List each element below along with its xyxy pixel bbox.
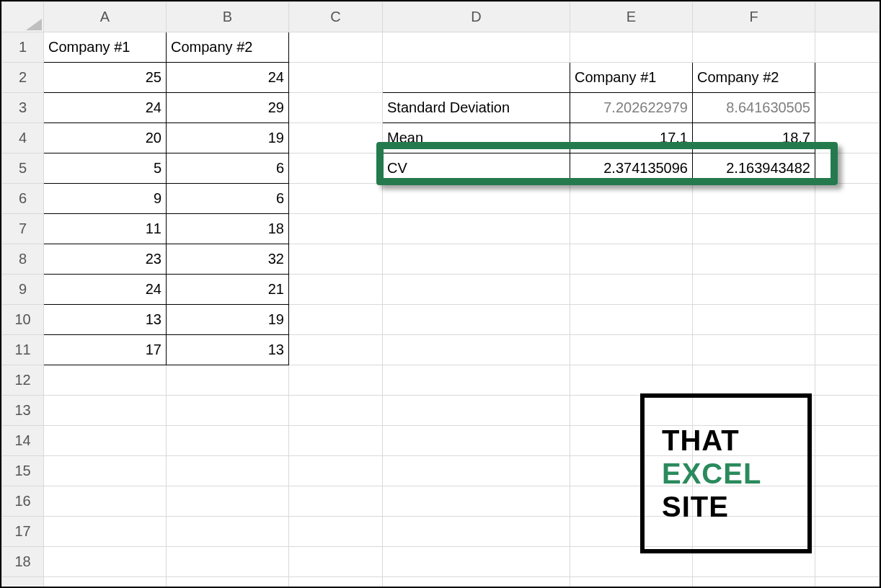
cell-A10[interactable]: 13	[44, 305, 167, 335]
cell-F10[interactable]	[693, 305, 815, 335]
cell-C3[interactable]	[289, 93, 383, 123]
cell-E12[interactable]	[570, 365, 693, 396]
cell-D6[interactable]	[383, 184, 570, 214]
cell-D7[interactable]	[383, 214, 570, 244]
cell-C18[interactable]	[289, 547, 383, 577]
cell-A12[interactable]	[44, 365, 167, 396]
cell-A11[interactable]: 17	[44, 335, 167, 365]
cell-A9[interactable]: 24	[44, 275, 167, 305]
cell-C5[interactable]	[289, 153, 383, 184]
cell-C6[interactable]	[289, 184, 383, 214]
row-header-6[interactable]: 6	[2, 184, 44, 214]
cell-C16[interactable]	[289, 486, 383, 517]
cell-D12[interactable]	[383, 365, 570, 396]
cell-B8[interactable]: 32	[167, 244, 289, 275]
cell-C11[interactable]	[289, 335, 383, 365]
cell-F3[interactable]: 8.641630505	[693, 93, 815, 123]
cell-A7[interactable]: 11	[44, 214, 167, 244]
cell-F6[interactable]	[693, 184, 815, 214]
cell-extra-5[interactable]	[815, 153, 880, 184]
cell-A19[interactable]	[44, 577, 167, 589]
col-header-E[interactable]: E	[570, 2, 693, 32]
cell-A5[interactable]: 5	[44, 153, 167, 184]
cell-extra-14[interactable]	[815, 426, 880, 456]
row-header-5[interactable]: 5	[2, 153, 44, 184]
row-header-8[interactable]: 8	[2, 244, 44, 275]
cell-C17[interactable]	[289, 517, 383, 547]
cell-C2[interactable]	[289, 63, 383, 93]
cell-E19[interactable]	[570, 577, 693, 589]
cell-E10[interactable]	[570, 305, 693, 335]
cell-D10[interactable]	[383, 305, 570, 335]
cell-E7[interactable]	[570, 214, 693, 244]
row-header-12[interactable]: 12	[2, 365, 44, 396]
cell-A17[interactable]	[44, 517, 167, 547]
col-header-B[interactable]: B	[167, 2, 289, 32]
cell-D8[interactable]	[383, 244, 570, 275]
cell-F7[interactable]	[693, 214, 815, 244]
cell-B2[interactable]: 24	[167, 63, 289, 93]
cell-B18[interactable]	[167, 547, 289, 577]
cell-A18[interactable]	[44, 547, 167, 577]
col-header-C[interactable]: C	[289, 2, 383, 32]
cell-F9[interactable]	[693, 275, 815, 305]
cell-B15[interactable]	[167, 456, 289, 486]
cell-D1[interactable]	[383, 32, 570, 63]
cell-A8[interactable]: 23	[44, 244, 167, 275]
cell-extra-7[interactable]	[815, 214, 880, 244]
cell-B7[interactable]: 18	[167, 214, 289, 244]
cell-extra-3[interactable]	[815, 93, 880, 123]
cell-D4[interactable]: Mean	[383, 123, 570, 153]
cell-E8[interactable]	[570, 244, 693, 275]
cell-C8[interactable]	[289, 244, 383, 275]
cell-extra-15[interactable]	[815, 456, 880, 486]
cell-B14[interactable]	[167, 426, 289, 456]
row-header-14[interactable]: 14	[2, 426, 44, 456]
row-header-9[interactable]: 9	[2, 275, 44, 305]
cell-A2[interactable]: 25	[44, 63, 167, 93]
cell-E2[interactable]: Company #1	[570, 63, 693, 93]
cell-F8[interactable]	[693, 244, 815, 275]
cell-B10[interactable]: 19	[167, 305, 289, 335]
cell-A1[interactable]: Company #1	[44, 32, 167, 63]
row-header-1[interactable]: 1	[2, 32, 44, 63]
cell-B6[interactable]: 6	[167, 184, 289, 214]
cell-D2[interactable]	[383, 63, 570, 93]
cell-A4[interactable]: 20	[44, 123, 167, 153]
cell-C10[interactable]	[289, 305, 383, 335]
cell-extra-11[interactable]	[815, 335, 880, 365]
cell-extra-18[interactable]	[815, 547, 880, 577]
row-header-18[interactable]: 18	[2, 547, 44, 577]
row-header-19[interactable]: 19	[2, 577, 44, 589]
cell-B11[interactable]: 13	[167, 335, 289, 365]
cell-B3[interactable]: 29	[167, 93, 289, 123]
cell-B17[interactable]	[167, 517, 289, 547]
cell-extra-6[interactable]	[815, 184, 880, 214]
cell-E9[interactable]	[570, 275, 693, 305]
row-header-15[interactable]: 15	[2, 456, 44, 486]
cell-E1[interactable]	[570, 32, 693, 63]
cell-extra-16[interactable]	[815, 486, 880, 517]
cell-F5[interactable]: 2.163943482	[693, 153, 815, 184]
select-all-corner[interactable]	[2, 2, 44, 32]
cell-C12[interactable]	[289, 365, 383, 396]
cell-F2[interactable]: Company #2	[693, 63, 815, 93]
cell-C14[interactable]	[289, 426, 383, 456]
cell-E5[interactable]: 2.374135096	[570, 153, 693, 184]
cell-C15[interactable]	[289, 456, 383, 486]
cell-C1[interactable]	[289, 32, 383, 63]
cell-B13[interactable]	[167, 396, 289, 426]
cell-C7[interactable]	[289, 214, 383, 244]
cell-C13[interactable]	[289, 396, 383, 426]
cell-extra-1[interactable]	[815, 32, 880, 63]
cell-B5[interactable]: 6	[167, 153, 289, 184]
cell-A13[interactable]	[44, 396, 167, 426]
col-header-F[interactable]: F	[693, 2, 815, 32]
row-header-11[interactable]: 11	[2, 335, 44, 365]
row-header-3[interactable]: 3	[2, 93, 44, 123]
row-header-2[interactable]: 2	[2, 63, 44, 93]
cell-D17[interactable]	[383, 517, 570, 547]
cell-extra-19[interactable]	[815, 577, 880, 589]
row-header-13[interactable]: 13	[2, 396, 44, 426]
col-header-A[interactable]: A	[44, 2, 167, 32]
